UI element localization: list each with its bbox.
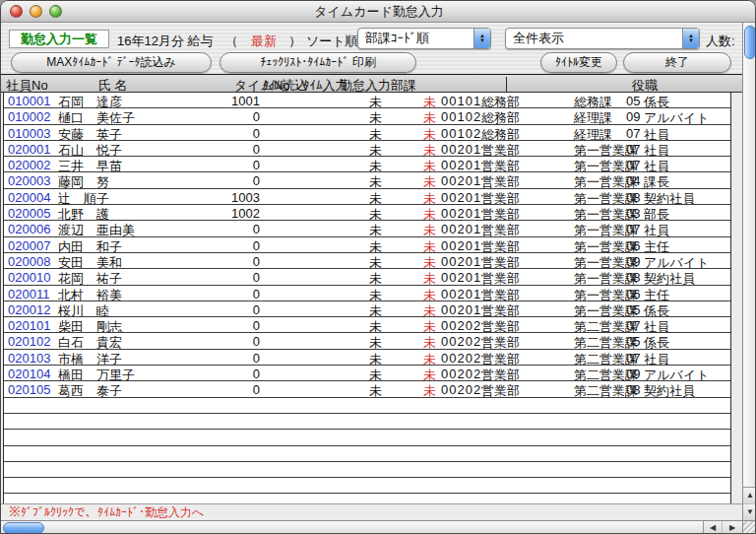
- resize-grip[interactable]: [742, 520, 756, 534]
- role-name: 係長: [644, 334, 669, 349]
- employee-no[interactable]: 020103: [8, 351, 55, 366]
- table-row[interactable]: 020004 辻 順子 1003 未 未 00201 営業部 第一営業課 08 …: [4, 189, 730, 205]
- dept-code: 00201: [441, 270, 481, 285]
- hint-note: ※ﾀﾞﾌﾞﾙｸﾘｯｸで、ﾀｲﾑｶｰﾄﾞ･勤怠入力へ: [1, 503, 742, 520]
- table-row[interactable]: 020010 花岡 祐子 0 未 未 00201 営業部 第一営業課 08 契約…: [4, 269, 730, 285]
- time-input-status: 未: [391, 367, 436, 381]
- dept-code: 00101: [441, 94, 481, 108]
- table-row[interactable]: 020101 柴田 剛志 0 未 未 00202 営業部 第二営業課 07 社員: [4, 317, 730, 333]
- employee-no[interactable]: 020101: [8, 318, 55, 333]
- time-read-status: 未: [337, 318, 382, 333]
- dept-code: 00102: [441, 126, 481, 141]
- employee-name: 市橋 洋子: [58, 351, 122, 366]
- role-name: 社員: [644, 351, 669, 366]
- table-row[interactable]: 010003 安藤 英子 0 未 未 00102 総務部 経理課 07 社員: [4, 125, 730, 141]
- table-row[interactable]: 020008 安田 美和 0 未 未 00201 営業部 第一営業課 09 アル…: [4, 253, 730, 269]
- empty-row: [4, 398, 730, 414]
- dept-code: 00201: [441, 173, 481, 188]
- role-code: 08: [626, 270, 640, 285]
- employee-no[interactable]: 010002: [8, 109, 55, 124]
- time-read-status: 未: [337, 254, 382, 269]
- checklist-print-button[interactable]: ﾁｪｯｸﾘｽﾄ･ﾀｲﾑｶｰﾄﾞ 印刷: [220, 52, 416, 73]
- employee-no[interactable]: 010001: [8, 94, 55, 108]
- empty-row: [4, 430, 730, 445]
- role-name: 主任: [644, 238, 669, 253]
- table-header: 社員No 氏 名 タイムNo ﾀｲﾑ読込 ﾀｲﾑ入力 勤怠入力部課 役職: [1, 74, 742, 93]
- scroll-right-icon[interactable]: ▶: [722, 521, 742, 534]
- time-input-status: 未: [391, 222, 436, 236]
- vertical-scrollbar-thumb[interactable]: [744, 26, 756, 59]
- employee-no[interactable]: 020010: [8, 270, 55, 285]
- display-filter-select[interactable]: 全件表示 ▲▼: [505, 28, 700, 49]
- role-name: アルバイト: [644, 367, 710, 381]
- table-row[interactable]: 020011 北村 裕美 0 未 未 00201 営業部 第一営業課 06 主任: [4, 286, 730, 301]
- table-row[interactable]: 010002 樋口 美佐子 0 未 未 00102 総務部 経理課 09 アルバ…: [4, 108, 730, 124]
- sort-order-label: ソート順: [306, 33, 358, 50]
- employee-no[interactable]: 020104: [8, 367, 55, 381]
- stepper-up-down-icon: ▲▼: [473, 29, 490, 48]
- employee-name: 花岡 祐子: [58, 270, 122, 285]
- empty-row: [4, 478, 730, 494]
- dept-code: 00202: [441, 334, 481, 349]
- employee-no[interactable]: 020006: [8, 222, 55, 236]
- table-row[interactable]: 020104 橋田 万里子 0 未 未 00202 営業部 第二営業課 09 ア…: [4, 366, 730, 381]
- dept-name: 営業部: [481, 334, 520, 349]
- vertical-scrollbar[interactable]: ▲ ▼: [742, 23, 756, 520]
- table-row[interactable]: 020102 白石 貴宏 0 未 未 00202 営業部 第二営業課 05 係長: [4, 333, 730, 349]
- section-name: 経理課: [574, 109, 612, 124]
- employee-no[interactable]: 020007: [8, 238, 55, 253]
- table-row[interactable]: 010001 石岡 達彦 1001 未 未 00101 総務部 総務課 05 係…: [4, 93, 730, 108]
- scroll-down-icon[interactable]: ▼: [743, 503, 756, 520]
- role-code: 05: [626, 334, 640, 349]
- dept-code: 00202: [441, 318, 481, 333]
- sort-order-value: 部課ｺｰﾄﾞ順: [358, 30, 473, 47]
- quit-button[interactable]: 終了: [623, 52, 731, 73]
- scroll-left-icon[interactable]: ◀: [703, 521, 722, 534]
- table-row[interactable]: 020003 藤岡 努 0 未 未 00201 営業部 第一営業課 04 課長: [4, 172, 730, 188]
- section-name: 経理課: [574, 126, 612, 141]
- dept-name: 営業部: [481, 158, 520, 172]
- table-row[interactable]: 020012 桜川 睦 0 未 未 00201 営業部 第一営業課 05 係長: [4, 301, 730, 317]
- employee-no[interactable]: 020008: [8, 254, 55, 269]
- employee-no[interactable]: 020011: [8, 287, 55, 301]
- employee-no[interactable]: 020012: [8, 302, 55, 317]
- employee-no[interactable]: 020001: [8, 142, 55, 157]
- max-timecard-read-button[interactable]: MAXﾀｲﾑｶｰﾄﾞ ﾃﾞｰﾀ読込み: [11, 52, 212, 73]
- role-name: 係長: [644, 302, 669, 317]
- table-row[interactable]: 020005 北野 護 1002 未 未 00201 営業部 第一営業課 03 …: [4, 205, 730, 221]
- empty-row: [4, 414, 730, 430]
- table-row[interactable]: 020006 渡辺 亜由美 0 未 未 00201 営業部 第一営業課 07 社…: [4, 221, 730, 236]
- title-bar: タイムカード勤怠入力: [1, 1, 756, 23]
- employee-no[interactable]: 010003: [8, 126, 55, 141]
- employee-no[interactable]: 020003: [8, 173, 55, 188]
- scroll-up-icon[interactable]: ▲: [743, 487, 756, 503]
- employee-no[interactable]: 020002: [8, 158, 55, 172]
- table-row[interactable]: 020103 市橋 洋子 0 未 未 00202 営業部 第二営業課 07 社員: [4, 350, 730, 366]
- attendance-list-tab[interactable]: 勤怠入力一覧: [9, 30, 109, 48]
- title-change-button[interactable]: ﾀｲﾄﾙ変更: [540, 52, 617, 73]
- employee-no[interactable]: 020105: [8, 382, 55, 397]
- role-code: 03: [626, 206, 640, 221]
- dept-code: 00201: [441, 190, 481, 205]
- role-code: 09: [626, 254, 640, 269]
- role-name: 契約社員: [644, 270, 695, 285]
- table-row[interactable]: 020105 葛西 泰子 0 未 未 00202 営業部 第二営業課 08 契約…: [4, 381, 730, 397]
- employee-no[interactable]: 020004: [8, 190, 55, 205]
- employee-no[interactable]: 020102: [8, 334, 55, 349]
- time-input-status: 未: [391, 270, 436, 285]
- role-code: 08: [626, 190, 640, 205]
- table-row[interactable]: 020001 石山 悦子 0 未 未 00201 営業部 第一営業課 07 社員: [4, 141, 730, 157]
- table-row[interactable]: 020002 三井 早苗 0 未 未 00201 営業部 第一営業課 07 社員: [4, 157, 730, 172]
- sort-order-select[interactable]: 部課ｺｰﾄﾞ順 ▲▼: [357, 28, 491, 49]
- time-input-status: 未: [391, 238, 436, 253]
- time-input-status: 未: [391, 173, 436, 188]
- horizontal-scrollbar[interactable]: ◀ ▶: [1, 520, 742, 534]
- table-row[interactable]: 020007 内田 和子 0 未 未 00201 営業部 第一営業課 06 主任: [4, 237, 730, 253]
- horizontal-scrollbar-thumb[interactable]: [3, 522, 44, 534]
- employee-no[interactable]: 020005: [8, 206, 55, 221]
- dept-name: 営業部: [481, 173, 520, 188]
- time-input-status: 未: [391, 351, 436, 366]
- time-no: 0: [179, 270, 260, 285]
- dept-code: 00201: [441, 287, 481, 301]
- time-no: 0: [179, 126, 260, 141]
